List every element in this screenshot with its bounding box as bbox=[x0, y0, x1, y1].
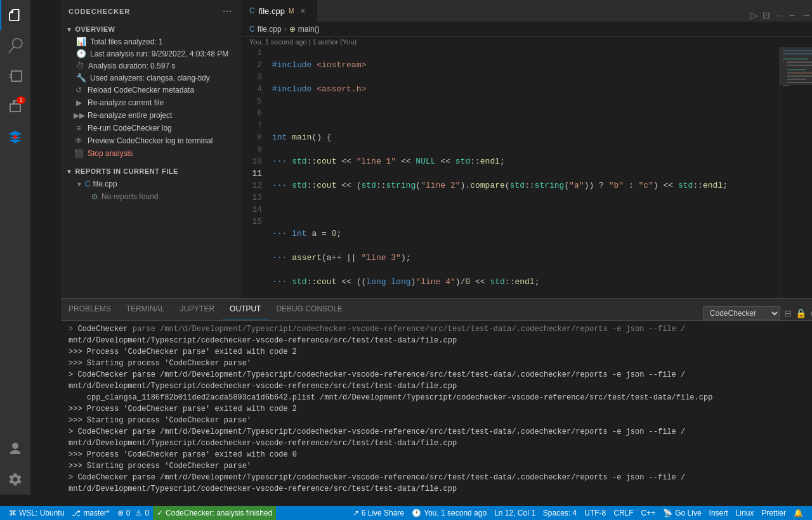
panel-lock-icon[interactable]: 🔒 bbox=[796, 308, 806, 318]
activity-bar-settings[interactable] bbox=[0, 464, 30, 495]
branch-label: master* bbox=[83, 509, 109, 517]
rerun-log-label: Re-run CodeChecker log bbox=[88, 124, 172, 133]
tab-terminal[interactable]: TERMINAL bbox=[119, 298, 173, 320]
rerun-log-action[interactable]: ≡ Re-run CodeChecker log bbox=[61, 122, 241, 134]
tab-file-cpp[interactable]: C file.cpp M × bbox=[242, 0, 318, 22]
status-os[interactable]: Linux bbox=[732, 506, 758, 520]
warning-icon: ⚠ bbox=[135, 509, 142, 517]
nav-forward-icon[interactable]: → bbox=[801, 9, 812, 22]
status-line-col[interactable]: Ln 12, Col 1 bbox=[490, 506, 539, 520]
sidebar-header-icons: ··· bbox=[221, 5, 233, 18]
stop-analysis-action[interactable]: ⬛ Stop analysis bbox=[61, 147, 241, 160]
prettier-label: Prettier bbox=[761, 509, 786, 517]
term-line-4: > CodeChecker parse /mnt/d/Development/T… bbox=[69, 369, 812, 380]
reanalyze-project-label: Re-analyze entire project bbox=[88, 111, 172, 120]
sidebar-header: CODECHECKER ··· bbox=[61, 0, 241, 23]
play-icon: ▶ bbox=[74, 98, 84, 107]
svg-rect-11 bbox=[783, 85, 789, 86]
wsl-icon: ⌘ bbox=[9, 509, 16, 517]
nav-back-icon[interactable]: ← bbox=[787, 9, 798, 22]
term-line-5: mnt/d/Development/Typescript/codechecker… bbox=[69, 380, 812, 392]
status-notifications[interactable]: 🔔 bbox=[790, 506, 807, 520]
analyzers-text: Used analyzers: clangsa, clang-tidy bbox=[90, 74, 210, 82]
term-line-1: mnt/d/Development/Typescript/codechecker… bbox=[69, 335, 812, 346]
preview-log-action[interactable]: 👁 Preview CodeChecker log in terminal bbox=[61, 134, 241, 147]
breadcrumb-file[interactable]: file.cpp bbox=[258, 25, 282, 34]
status-branch[interactable]: ⎇ master* bbox=[68, 506, 113, 520]
status-liveshare[interactable]: ↗ 6 Live Share bbox=[349, 506, 408, 520]
preview-log-label: Preview CodeChecker log in terminal bbox=[88, 136, 213, 145]
sidebar-title: CODECHECKER bbox=[69, 8, 130, 15]
status-insert[interactable]: Insert bbox=[705, 506, 732, 520]
tab-close-button[interactable]: × bbox=[298, 6, 308, 16]
activity-bar-search[interactable] bbox=[0, 30, 30, 61]
code-content[interactable]: #include <iostream> #include <assert.h> … bbox=[267, 47, 779, 298]
liveshare-icon: ↗ bbox=[353, 509, 359, 517]
breadcrumb-fn[interactable]: main() bbox=[298, 25, 320, 34]
tab-jupyter-label: JUPYTER bbox=[180, 304, 214, 313]
status-right: ↗ 6 Live Share 🕐 You, 1 second ago Ln 12… bbox=[349, 506, 807, 520]
reanalyze-project-action[interactable]: ▶▶ Re-analyze entire project bbox=[61, 109, 241, 122]
duration-text: Analysis duration: 0.597 s bbox=[88, 62, 175, 70]
panel-actions: CodeChecker ⊟ 🔒 ⊗ △ × bbox=[698, 306, 812, 320]
wsl-label: WSL: Ubuntu bbox=[19, 509, 64, 517]
golive-icon: 📡 bbox=[663, 509, 672, 517]
split-editor-icon[interactable]: ⊡ bbox=[761, 9, 771, 22]
timer-icon: ⏱ bbox=[76, 61, 84, 70]
stop-analysis-label: Stop analysis bbox=[88, 149, 133, 158]
error-count: 0 bbox=[126, 509, 131, 517]
activity-bar-codechecker[interactable] bbox=[0, 122, 30, 152]
activity-bar-extensions[interactable]: 1 bbox=[0, 91, 30, 122]
panel-filter-icon[interactable]: ⊟ bbox=[784, 308, 792, 318]
activity-bar-explorer[interactable] bbox=[0, 0, 30, 30]
code-editor[interactable]: 12345 678910 1112131415 #include <iostre… bbox=[242, 47, 812, 298]
overview-section-header[interactable]: ▼ OVERVIEW bbox=[61, 23, 241, 36]
svg-point-0 bbox=[13, 135, 17, 139]
file-item-label: file.cpp bbox=[93, 179, 117, 188]
file-item-cpp[interactable]: ▼ C file.cpp bbox=[61, 178, 241, 190]
play-all-icon: ▶▶ bbox=[74, 111, 84, 120]
more-actions-icon[interactable]: ··· bbox=[774, 9, 784, 22]
file-chevron-icon: ▼ bbox=[76, 181, 82, 188]
status-eol[interactable]: CRLF bbox=[610, 506, 637, 520]
analyzers-item: 🔧 Used analyzers: clangsa, clang-tidy bbox=[61, 72, 241, 84]
status-bar: ⌘ WSL: Ubuntu ⎇ master* ⊗ 0 ⚠ 0 ✓ CodeCh… bbox=[0, 506, 812, 520]
run-code-icon[interactable]: ▷ bbox=[749, 9, 759, 22]
panel-tabs: PROBLEMS TERMINAL JUPYTER OUTPUT DEBUG C… bbox=[61, 299, 812, 321]
status-codecheckerfinished[interactable]: ✓ CodeChecker: analysis finished bbox=[153, 506, 276, 520]
code-line-1: #include <iostream> bbox=[272, 59, 774, 71]
reanalyze-file-action[interactable]: ▶ Re-analyze current file bbox=[61, 96, 241, 109]
file-icon: ≡ bbox=[74, 124, 84, 133]
status-encoding[interactable]: UTF-8 bbox=[580, 506, 610, 520]
reports-section-header[interactable]: ▼ REPORTS IN CURRENT FILE bbox=[61, 165, 241, 178]
status-errors[interactable]: ⊗ 0 ⚠ 0 bbox=[114, 506, 153, 520]
reload-metadata-label: Reload CodeChecker metadata bbox=[88, 86, 194, 94]
tab-debug-console[interactable]: DEBUG CONSOLE bbox=[268, 298, 350, 320]
output-source-select[interactable]: CodeChecker bbox=[703, 306, 780, 320]
svg-rect-6 bbox=[787, 69, 806, 70]
reload-metadata-action[interactable]: ↺ Reload CodeChecker metadata bbox=[61, 84, 241, 96]
wrench-icon: 🔧 bbox=[76, 73, 86, 82]
sidebar-more-icon[interactable]: ··· bbox=[221, 5, 233, 18]
activity-bar-source-control[interactable] bbox=[0, 61, 30, 91]
term-line-0: > CodeChecker parse /mnt/d/Development/T… bbox=[69, 323, 812, 335]
clock-icon: 🕐 bbox=[76, 49, 86, 58]
term-line-8: >>> Starting process 'CodeChecker parse' bbox=[69, 415, 812, 426]
status-git-sync[interactable]: 🕐 You, 1 second ago bbox=[408, 506, 490, 520]
status-golive[interactable]: 📡 Go Live bbox=[659, 506, 705, 520]
status-wsl[interactable]: ⌘ WSL: Ubuntu bbox=[5, 506, 68, 520]
status-spaces[interactable]: Spaces: 4 bbox=[539, 506, 580, 520]
code-line-10: ··· std::cout << ((long long)"line 4")/0… bbox=[272, 276, 774, 288]
tab-jupyter[interactable]: JUPYTER bbox=[172, 298, 222, 320]
activity-bar-account[interactable] bbox=[0, 434, 30, 464]
no-reports-item: ⊙ No reports found bbox=[61, 190, 241, 203]
line-numbers: 12345 678910 1112131415 bbox=[242, 47, 267, 298]
reports-chevron: ▼ bbox=[66, 168, 72, 175]
tab-output[interactable]: OUTPUT bbox=[222, 298, 268, 320]
codecheckerfinished-label: CodeChecker: analysis finished bbox=[166, 509, 272, 517]
tab-problems[interactable]: PROBLEMS bbox=[61, 298, 119, 320]
code-line-2: #include <assert.h> bbox=[272, 83, 774, 95]
status-prettier[interactable]: Prettier bbox=[757, 506, 790, 520]
status-language[interactable]: C++ bbox=[638, 506, 660, 520]
stop-icon: ⬛ bbox=[74, 149, 84, 158]
